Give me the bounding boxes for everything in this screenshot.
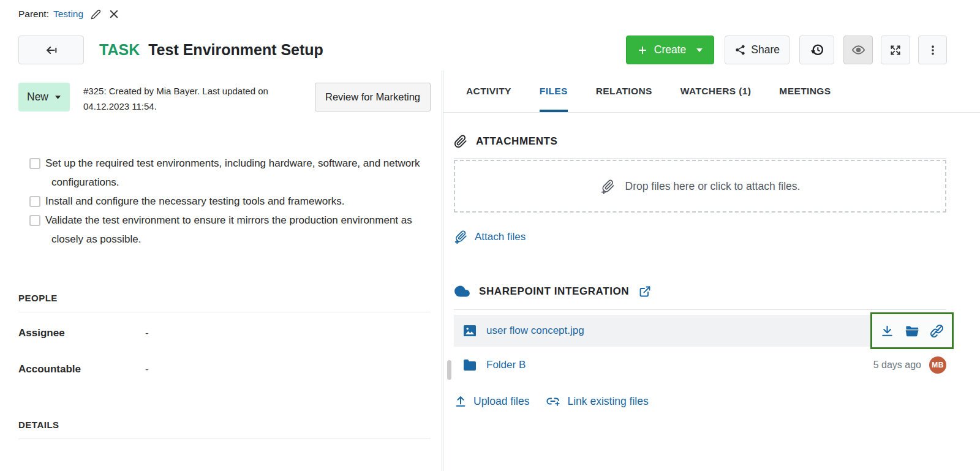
- upload-files-label: Upload files: [473, 395, 529, 408]
- plus-icon: [637, 45, 648, 56]
- paperclip-plus-icon: [600, 179, 616, 194]
- activity-history-button[interactable]: [799, 36, 834, 64]
- tab-meetings[interactable]: MEETINGS: [779, 70, 831, 112]
- checkbox[interactable]: [29, 215, 40, 226]
- work-package-type[interactable]: TASK: [99, 41, 140, 59]
- sharepoint-heading: SHAREPOINT INTEGRATION: [479, 285, 629, 298]
- work-package-info: #325: Created by Mia Bayer. Last updated…: [83, 83, 287, 115]
- fullscreen-button[interactable]: [881, 36, 910, 64]
- tab-relations[interactable]: RELATIONS: [596, 70, 652, 112]
- link-existing-files-label: Link existing files: [567, 395, 648, 408]
- share-button-label: Share: [751, 43, 780, 56]
- back-button[interactable]: [18, 36, 84, 64]
- field-value[interactable]: -: [145, 363, 149, 375]
- dropzone-text: Drop files here or click to attach files…: [625, 180, 801, 193]
- page-title[interactable]: Test Environment Setup: [148, 41, 323, 59]
- fullscreen-icon: [889, 44, 902, 56]
- work-package-detail-panel: New #325: Created by Mia Bayer. Last upd…: [0, 70, 442, 471]
- folder-updated-text: 5 days ago: [873, 360, 921, 371]
- watch-button[interactable]: [843, 36, 873, 64]
- checklist-item: Validate the test environment to ensure …: [29, 211, 421, 249]
- storage-folder-row[interactable]: Folder B 5 days ago MB: [454, 350, 946, 380]
- create-button-label: Create: [654, 43, 687, 56]
- storage-folder-link[interactable]: Folder B: [486, 359, 526, 371]
- assignee-field: Assignee -: [18, 327, 423, 339]
- sharepoint-section-header: SHAREPOINT INTEGRATION: [454, 283, 946, 300]
- image-file-icon: [462, 323, 477, 338]
- work-package-tabs-panel: ACTIVITY FILES RELATIONS WATCHERS (1) ME…: [443, 70, 980, 471]
- tab-files[interactable]: FILES: [540, 70, 568, 112]
- checklist-item-label: Set up the required test environments, i…: [45, 154, 421, 192]
- share-icon: [734, 44, 746, 56]
- accountable-field: Accountable -: [18, 363, 423, 375]
- checklist-item: Install and configure the necessary test…: [29, 192, 421, 211]
- unlink-icon[interactable]: [930, 324, 944, 338]
- upload-files-link[interactable]: Upload files: [454, 394, 529, 408]
- attach-files-link[interactable]: Attach files: [454, 230, 526, 244]
- open-folder-icon[interactable]: [905, 323, 919, 338]
- attachments-section-header: ATTACHMENTS: [454, 135, 946, 148]
- caret-down-icon: [55, 95, 61, 100]
- attachments-dropzone[interactable]: Drop files here or click to attach files…: [454, 160, 946, 213]
- storage-file-row[interactable]: user flow concept.jpg: [454, 315, 946, 347]
- work-package-header: TASK Test Environment Setup Create Share: [18, 36, 947, 64]
- field-label: Assignee: [18, 327, 145, 339]
- people-section-heading: PEOPLE: [18, 293, 423, 303]
- link-existing-files-link[interactable]: Link existing files: [545, 394, 648, 408]
- divider: [18, 312, 431, 312]
- storage-file-link[interactable]: user flow concept.jpg: [486, 325, 584, 337]
- share-button[interactable]: Share: [725, 36, 790, 64]
- checklist-item: Set up the required test environments, i…: [29, 154, 421, 192]
- caret-down-icon: [696, 48, 703, 53]
- file-actions-highlight-box: [870, 312, 954, 349]
- divider: [454, 158, 946, 159]
- avatar: MB: [929, 356, 946, 374]
- download-icon[interactable]: [880, 324, 894, 338]
- tab-watchers[interactable]: WATCHERS (1): [680, 70, 752, 112]
- upload-icon: [454, 394, 467, 408]
- checkbox[interactable]: [29, 196, 40, 207]
- parent-bar: Parent: Testing: [18, 9, 119, 20]
- eye-icon: [851, 43, 865, 57]
- checklist-item-label: Install and configure the necessary test…: [45, 192, 345, 211]
- divider: [18, 439, 431, 439]
- folder-icon: [462, 358, 477, 372]
- status-dropdown[interactable]: New: [18, 83, 70, 111]
- review-for-marketing-button[interactable]: Review for Marketing: [315, 83, 431, 111]
- edit-parent-icon[interactable]: [91, 9, 101, 20]
- link-plus-icon: [545, 394, 561, 408]
- details-section-heading: DETAILS: [18, 420, 423, 430]
- checkbox[interactable]: [29, 158, 40, 169]
- tab-activity[interactable]: ACTIVITY: [466, 70, 511, 112]
- status-label: New: [27, 91, 48, 104]
- description-checklist: Set up the required test environments, i…: [29, 154, 421, 249]
- parent-link[interactable]: Testing: [53, 9, 83, 20]
- parent-label: Parent:: [18, 9, 49, 20]
- create-button[interactable]: Create: [626, 36, 715, 64]
- attach-files-label: Attach files: [475, 231, 526, 243]
- history-icon: [810, 43, 824, 58]
- external-link-icon[interactable]: [639, 285, 651, 298]
- field-value[interactable]: -: [145, 327, 149, 339]
- more-actions-button[interactable]: [918, 36, 947, 64]
- paperclip-icon: [454, 135, 467, 148]
- checklist-item-label: Validate the test environment to ensure …: [45, 211, 421, 249]
- paperclip-plus-icon: [454, 230, 468, 244]
- field-label: Accountable: [18, 363, 145, 375]
- divider: [454, 309, 946, 310]
- remove-parent-icon[interactable]: [108, 9, 119, 20]
- back-arrow-icon: [45, 43, 58, 57]
- kebab-icon: [927, 44, 939, 56]
- tab-bar: ACTIVITY FILES RELATIONS WATCHERS (1) ME…: [443, 70, 980, 113]
- cloud-icon: [454, 283, 470, 300]
- attachments-heading: ATTACHMENTS: [476, 135, 557, 148]
